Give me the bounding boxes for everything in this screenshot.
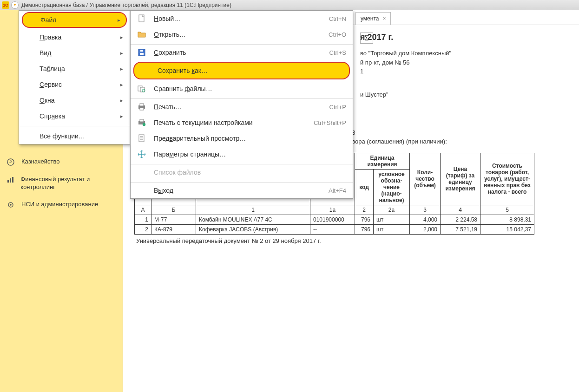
menu-preview[interactable]: Предварительный просмотр… xyxy=(131,131,353,146)
gear-icon xyxy=(7,201,15,209)
svg-text:₽: ₽ xyxy=(9,160,12,164)
svg-point-19 xyxy=(143,123,145,126)
tab-document[interactable]: умента × xyxy=(355,12,391,25)
new-file-icon xyxy=(137,14,146,23)
preview-icon xyxy=(137,134,146,143)
doc-footer: Универсальный передаточный документ № 2 … xyxy=(128,235,579,244)
sidebar-item-finresult[interactable]: Финансовый результат и контроллинг xyxy=(0,171,123,196)
menu-print-current[interactable]: Печать с текущими настройками Ctrl+Shift… xyxy=(131,115,353,131)
menu-save-as[interactable]: Сохранить как… xyxy=(133,62,350,79)
table-subheader: А Б 1 1а 2 2а 3 4 5 xyxy=(135,205,534,215)
dropdown-icon[interactable]: ▾ xyxy=(11,1,19,9)
save-icon xyxy=(137,48,146,57)
app-logo-icon: 1C xyxy=(2,1,9,9)
tab-label: умента xyxy=(361,15,379,22)
main-menu: Файл ▸ Правка▸ Вид▸ Таблица▸ Сервис▸ Окн… xyxy=(19,10,130,144)
menu-view[interactable]: Вид▸ xyxy=(19,45,130,61)
ruble-icon: ₽ xyxy=(7,158,15,166)
file-submenu: Новый… Ctrl+N Открыть… Ctrl+O Сохранить … xyxy=(130,10,353,199)
svg-point-6 xyxy=(10,204,12,206)
menu-compare[interactable]: Сравнить файлы… xyxy=(131,81,353,97)
print-settings-icon xyxy=(137,118,146,127)
window-title: Демонстрационная база / Управление торго… xyxy=(21,2,231,8)
menu-help[interactable]: Справка▸ xyxy=(19,108,130,124)
svg-rect-3 xyxy=(10,178,11,183)
svg-rect-18 xyxy=(140,119,144,122)
menu-service[interactable]: Сервис▸ xyxy=(19,77,130,92)
menu-exit[interactable]: Выход Alt+F4 xyxy=(131,182,353,198)
menu-open[interactable]: Открыть… Ctrl+O xyxy=(131,26,353,42)
menu-table[interactable]: Таблица▸ xyxy=(19,61,130,77)
menu-filelist: Список файлов xyxy=(131,164,353,180)
sidebar-item-label: Финансовый результат и контроллинг xyxy=(20,176,116,191)
chevron-right-icon: ▸ xyxy=(118,17,120,23)
sidebar-item-admin[interactable]: НСИ и администрирование xyxy=(0,196,123,214)
svg-rect-7 xyxy=(139,15,144,22)
menu-print[interactable]: Печать… Ctrl+P xyxy=(131,98,353,115)
sigma-icon: Σ xyxy=(364,34,368,42)
menu-all-functions[interactable]: Все функции… xyxy=(19,126,130,144)
menu-windows[interactable]: Окна▸ xyxy=(19,92,130,108)
menu-page-params[interactable]: Параметры страницы… xyxy=(131,146,353,162)
svg-rect-2 xyxy=(7,180,9,183)
svg-rect-15 xyxy=(140,104,144,106)
page-params-icon xyxy=(137,150,146,159)
svg-rect-9 xyxy=(140,53,144,55)
print-icon xyxy=(137,102,146,111)
svg-rect-16 xyxy=(140,108,144,110)
close-icon[interactable]: × xyxy=(382,15,386,22)
sum-button[interactable]: Σ xyxy=(360,33,373,44)
sidebar-item-label: Казначейство xyxy=(21,158,59,166)
menu-save[interactable]: Сохранить Ctrl+S xyxy=(131,44,353,60)
compare-icon xyxy=(137,84,146,93)
title-bar: 1C ▾ Демонстрационная база / Управление … xyxy=(0,0,579,10)
svg-rect-4 xyxy=(12,177,13,183)
sidebar-item-treasury[interactable]: ₽ Казначейство xyxy=(0,153,123,171)
chart-icon xyxy=(7,176,14,184)
svg-rect-10 xyxy=(140,50,143,52)
menu-edit[interactable]: Правка▸ xyxy=(19,29,130,45)
menu-file[interactable]: Файл ▸ xyxy=(22,12,127,28)
menu-new[interactable]: Новый… Ctrl+N xyxy=(131,11,353,26)
table-row: 2 КА-879 Кофеварка JACOBS (Австрия) -- 7… xyxy=(135,224,534,234)
sidebar-item-label: НСИ и администрирование xyxy=(21,201,98,209)
table-row: 1 М-77 Комбайн MOULINEX А77 4С 010190000… xyxy=(135,215,534,224)
open-folder-icon xyxy=(137,30,146,39)
